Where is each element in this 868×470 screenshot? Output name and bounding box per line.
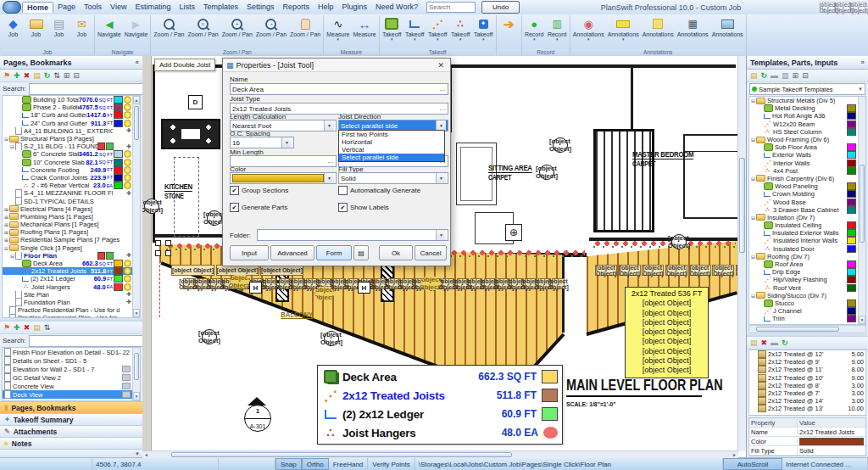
tree-item[interactable]: Crack Control Joints 223.9 FT ✚ (3, 174, 132, 182)
tree-item[interactable]: Concrete Footing 249.9 FT ✚ (3, 166, 132, 174)
visibility-bulb-icon[interactable] (124, 96, 131, 104)
visibility-bulb-icon[interactable] (124, 120, 131, 127)
item-color-swatch[interactable] (114, 104, 123, 111)
toolbar-icon[interactable] (14, 72, 20, 80)
dialog-titlebar[interactable]: ▦ Properties - [Joist Tool] ✕ (223, 59, 450, 72)
item-color-swatch[interactable] (847, 112, 856, 120)
toolbar-icon[interactable] (64, 72, 70, 80)
item-color-swatch[interactable] (847, 199, 856, 206)
item-color-swatch[interactable] (847, 151, 856, 159)
toolbar-icon[interactable] (24, 72, 31, 80)
joist-tag[interactable]: [object Object] (171, 265, 214, 276)
scroll-down-icon[interactable]: ▼ (133, 392, 140, 400)
item-color-swatch[interactable] (847, 268, 856, 276)
item-color-swatch[interactable] (847, 315, 856, 322)
ribbon-button[interactable]: Measure ▾ (325, 15, 351, 48)
canvas-vertical-scrollbar[interactable] (737, 56, 746, 451)
scrollbar-thumb[interactable] (134, 353, 139, 380)
template-item[interactable]: Stucco (749, 299, 858, 307)
undo-button[interactable]: Undo (481, 1, 520, 14)
joist-tag[interactable]: [object Object] (665, 265, 687, 276)
property-row[interactable]: Name 2x12 Treated Joists (749, 428, 865, 437)
ribbon-button[interactable]: Zoom / Pan (152, 15, 186, 48)
template-item[interactable]: Insulated Door (749, 245, 858, 253)
item-color-swatch[interactable] (847, 206, 856, 214)
expand-toggle-icon[interactable]: ⊟ (9, 253, 15, 259)
toolbar-icon[interactable] (33, 324, 41, 332)
item-color-swatch[interactable] (114, 111, 123, 119)
legend-row[interactable]: 2x12 Treated Joists 511.8 FT (322, 386, 558, 405)
tree-item[interactable]: 2x12 Treated Joists 511.8 FT ✚ (3, 267, 132, 275)
close-icon[interactable]: ✕ (435, 61, 447, 70)
template-item[interactable]: J Channel (749, 307, 858, 315)
visibility-bulb-icon[interactable] (124, 267, 131, 275)
visibility-bulb-icon[interactable] (124, 111, 131, 119)
view-item[interactable]: Finish Floor Elevation on Detail - SD1- … (3, 348, 132, 356)
part-item[interactable]: 2x12 Treated @ 14' 3.00 (749, 397, 865, 405)
ribbon-button[interactable]: Annotations (641, 15, 676, 48)
item-color-swatch[interactable] (847, 284, 856, 292)
visibility-bulb-icon[interactable] (124, 260, 131, 267)
tree-item[interactable]: ⊟ Single Click [3 Pages] ✚ (3, 244, 132, 252)
property-row[interactable]: Fill Type Solid (749, 446, 865, 456)
checkbox[interactable]: Group Sections (230, 186, 338, 195)
toolbar-icon[interactable] (771, 339, 778, 347)
item-color-swatch[interactable] (114, 96, 123, 104)
toolbar-icon[interactable] (3, 324, 10, 332)
ribbon-button[interactable] (498, 15, 520, 48)
expand-toggle-icon[interactable]: ⊟ (750, 98, 756, 104)
toolbar-icon[interactable] (793, 72, 799, 80)
part-item[interactable]: 2x12 Treated @ 7' 3.00 (749, 389, 865, 397)
template-item[interactable]: Drip Edge (749, 268, 858, 276)
toolbar-icon[interactable] (44, 324, 51, 332)
checkbox[interactable]: Generate Parts (230, 203, 338, 212)
tree-item[interactable]: Phase 2 - Building 16 4767.5 SQ FT ✚ (3, 104, 132, 111)
legend-row[interactable]: Deck Area 662.3 SQ FT (322, 367, 558, 386)
views-scrollbar[interactable]: ▼ (132, 348, 140, 400)
footer-dropdown-icon[interactable]: ▼ (135, 451, 140, 456)
accordion-item[interactable]: Takeoff Summary (0, 414, 142, 426)
move-page-icon[interactable]: ✚ (126, 299, 131, 305)
advanced-button[interactable]: Advanced (270, 245, 314, 260)
ribbon-button[interactable]: Record ▾ (523, 15, 546, 48)
template-item[interactable]: Interior Walls (749, 159, 858, 167)
expand-toggle-icon[interactable]: ⊟ (750, 293, 756, 299)
template-item[interactable]: ⊟ Finish Carpentry (Div 6) (749, 175, 858, 182)
tree-item[interactable]: Joist Hangers 48.0 EA ✚ (3, 283, 132, 291)
toolbar-icon[interactable] (761, 339, 768, 347)
template-item[interactable]: Trim (749, 315, 858, 322)
menu-tab[interactable]: Page (53, 2, 80, 13)
toolbar-icon[interactable] (53, 72, 60, 80)
scroll-left-icon[interactable]: ◄ (142, 451, 150, 458)
takeoff-legend[interactable]: Deck Area 662.3 SQ FT 2x12 Treated Joist… (317, 365, 563, 445)
tree-item[interactable]: S-4_11 MEZZANINE FLOOR FRAMING - BLDG 11… (3, 189, 132, 197)
tree-item[interactable]: 6" Concrete Slab 3461.2 SQ FT ✚ (3, 150, 132, 158)
menu-tab[interactable]: View (106, 2, 131, 13)
tree-item[interactable]: SD-1 TYPICAL DETAILS ✚ (3, 197, 132, 204)
collapse-panel-icon[interactable]: « (136, 59, 139, 66)
item-color-swatch[interactable] (114, 166, 123, 174)
visibility-bulb-icon[interactable] (124, 174, 131, 182)
move-page-icon[interactable]: ✚ (126, 291, 131, 298)
checkbox-box-icon[interactable] (230, 203, 239, 212)
scrollbar-thumb[interactable] (134, 106, 139, 140)
dropdown-option[interactable]: Select parallel side (339, 154, 444, 161)
expand-toggle-icon[interactable]: ⊞ (3, 214, 9, 220)
menu-tab[interactable]: Settings (242, 2, 279, 13)
item-color-swatch[interactable] (847, 307, 856, 315)
menu-tab[interactable]: Estimating (131, 2, 175, 13)
expand-toggle-icon[interactable]: ⊞ (3, 229, 9, 235)
ribbon-button[interactable]: Zoom / Pan (254, 15, 288, 48)
expand-toggle-icon[interactable]: ⊟ (3, 245, 9, 251)
item-color-swatch[interactable] (847, 237, 856, 244)
properties-dialog[interactable]: ▦ Properties - [Joist Tool] ✕ Name Deck … (222, 58, 451, 266)
template-item[interactable]: 4x4 Post (749, 167, 858, 175)
toolbar-icon[interactable] (24, 324, 31, 332)
folder-dropdown[interactable]: ▼ (257, 229, 448, 241)
scrollbar-thumb[interactable] (756, 327, 839, 332)
fill-type-dropdown[interactable]: Solid ▼ (338, 172, 448, 184)
templates-horizontal-scrollbar[interactable] (748, 325, 866, 333)
menu-tab[interactable]: Templates (199, 2, 242, 13)
ribbon-button[interactable]: Measure (351, 15, 377, 48)
tree-item[interactable]: ⊞ Residential Sample Plans [7 Pages] ✚ (3, 236, 132, 243)
